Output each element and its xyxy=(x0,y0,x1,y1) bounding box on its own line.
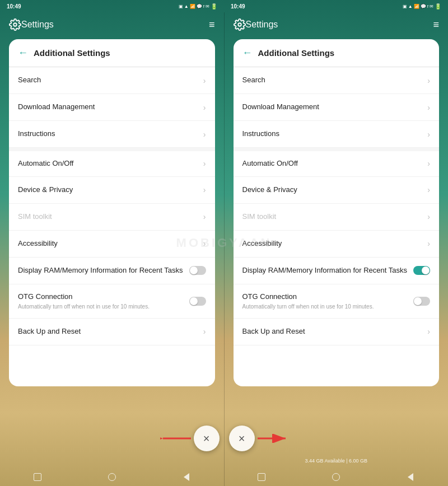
list-item-device-right[interactable]: Device & Privacy › xyxy=(234,177,440,204)
list-item-search-left[interactable]: Search › xyxy=(9,67,215,94)
list-item-search-right[interactable]: Search › xyxy=(234,67,440,94)
list-item-otg-left[interactable]: OTG Connection Automatically turn off wh… xyxy=(9,284,215,319)
settings-list-left: Search › Download Management › Instructi… xyxy=(9,67,215,345)
arrow-icon-accessibility-left: › xyxy=(203,239,206,248)
close-button-left[interactable]: × xyxy=(194,426,220,451)
status-bar-right: 10:49 ▣ ▲ 📶 💬 f ✉ 🔋 xyxy=(224,0,448,12)
close-icon-left: × xyxy=(203,433,210,444)
list-item-sim-left[interactable]: SIM toolkit › xyxy=(9,204,215,231)
card-title-right: Additional Settings xyxy=(258,48,335,58)
panels-container: Settings ≡ ← Additional Settings Search … xyxy=(0,12,448,486)
list-item-download-right[interactable]: Download Management › xyxy=(234,94,440,121)
nav-bar-left xyxy=(0,468,224,486)
list-item-backup-left[interactable]: Back Up and Reset › xyxy=(9,319,215,345)
svg-point-2 xyxy=(238,23,241,26)
settings-header-left: Settings ≡ xyxy=(0,12,224,37)
menu-icon-right[interactable]: ≡ xyxy=(433,19,439,31)
panel-left: Settings ≡ ← Additional Settings Search … xyxy=(0,12,224,486)
mail-icon-right: ✉ xyxy=(430,4,433,9)
toggle-knob-otg-right xyxy=(414,297,422,305)
list-item-otg-right[interactable]: OTG Connection Automatically turn off wh… xyxy=(234,284,440,319)
phone-bottom-right: × 3.44 GB Available | 6.00 GB xyxy=(225,430,449,486)
nav-circle-left[interactable] xyxy=(104,469,120,485)
mail-icon-left: ✉ xyxy=(206,4,209,9)
status-bar-left: 10:49 ▣ ▲ 📶 💬 f ✉ 🔋 xyxy=(0,0,224,12)
status-bar: 10:49 ▣ ▲ 📶 💬 f ✉ 🔋 10:49 ▣ ▲ 📶 💬 f ✉ 🔋 xyxy=(0,0,448,12)
toggle-otg-right[interactable] xyxy=(413,297,430,306)
menu-icon-left[interactable]: ≡ xyxy=(209,19,215,31)
list-item-accessibility-right[interactable]: Accessibility › xyxy=(234,231,440,258)
red-arrow-right xyxy=(255,434,288,443)
arrow-icon-instructions-right: › xyxy=(427,130,430,139)
list-item-auto-right[interactable]: Automatic On/Off › xyxy=(234,148,440,177)
list-item-ram-right[interactable]: Display RAM/Memory Information for Recen… xyxy=(234,258,440,284)
chat-icon-right: 💬 xyxy=(421,4,426,9)
nav-circle-right[interactable] xyxy=(328,469,344,485)
toggle-knob-ram-right xyxy=(422,267,430,274)
nav-back-right[interactable] xyxy=(403,469,418,485)
settings-card-left: ← Additional Settings Search › Download … xyxy=(9,39,215,386)
battery-left: 🔋 xyxy=(211,3,217,10)
chat-icon-left: 💬 xyxy=(197,4,202,9)
list-item-auto-left[interactable]: Automatic On/Off › xyxy=(9,148,215,177)
nav-square-left[interactable] xyxy=(30,469,45,485)
notification-icon-right: ▣ xyxy=(403,4,407,9)
nav-square-right[interactable] xyxy=(254,469,269,485)
card-title-left: Additional Settings xyxy=(34,48,110,58)
phone-bottom-left: × xyxy=(0,430,224,486)
arrow-icon-auto-left: › xyxy=(203,159,206,168)
arrow-icon-auto-right: › xyxy=(427,159,430,168)
wifi-icon-left: ▲ xyxy=(184,4,189,9)
arrow-left-indicator: × xyxy=(160,426,224,451)
list-item-ram-left[interactable]: Display RAM/Memory Information for Recen… xyxy=(9,258,215,284)
fb-icon-right: f xyxy=(427,4,428,9)
signal-icon-left: 📶 xyxy=(190,4,195,9)
close-button-right[interactable]: × xyxy=(229,426,255,451)
list-item-backup-right[interactable]: Back Up and Reset › xyxy=(234,319,440,345)
notification-icon-left: ▣ xyxy=(179,4,183,9)
arrow-icon-accessibility-right: › xyxy=(427,239,430,248)
arrow-icon-download-right: › xyxy=(427,103,430,112)
arrow-icon-backup-right: › xyxy=(427,327,430,336)
toggle-ram-left[interactable] xyxy=(189,266,206,275)
back-arrow-right[interactable]: ← xyxy=(242,47,253,59)
time-right: 10:49 xyxy=(231,3,245,10)
arrow-icon-device-right: › xyxy=(427,185,430,194)
settings-title-left: Settings xyxy=(21,20,209,30)
storage-text: 3.44 GB Available | 6.00 GB xyxy=(305,458,367,464)
arrow-icon-search-right: › xyxy=(427,76,430,85)
back-arrow-left[interactable]: ← xyxy=(18,47,28,59)
card-header-right: ← Additional Settings xyxy=(234,39,440,67)
toggle-otg-left[interactable] xyxy=(189,297,206,306)
storage-info: 3.44 GB Available | 6.00 GB xyxy=(305,455,367,465)
list-item-download-left[interactable]: Download Management › xyxy=(9,94,215,121)
arrow-icon-sim-right: › xyxy=(427,212,430,221)
status-icons-right: ▣ ▲ 📶 💬 f ✉ 🔋 xyxy=(403,3,441,10)
card-header-left: ← Additional Settings xyxy=(9,39,215,67)
arrow-icon-sim-left: › xyxy=(203,212,206,221)
status-icons-left: ▣ ▲ 📶 💬 f ✉ 🔋 xyxy=(179,3,217,10)
list-item-accessibility-left[interactable]: Accessibility › xyxy=(9,231,215,258)
list-item-instructions-right[interactable]: Instructions › xyxy=(234,121,440,148)
fb-icon-left: f xyxy=(203,4,204,9)
wifi-icon-right: ▲ xyxy=(408,4,413,9)
battery-right: 🔋 xyxy=(435,3,441,10)
settings-list-right: Search › Download Management › Instructi… xyxy=(234,67,440,345)
panel-right: Settings ≡ ← Additional Settings Search … xyxy=(225,12,449,486)
nav-back-left[interactable] xyxy=(179,469,194,485)
time-left: 10:49 xyxy=(7,3,21,10)
toggle-ram-right[interactable] xyxy=(413,266,430,275)
toggle-knob-otg-left xyxy=(190,297,198,305)
settings-card-right: ← Additional Settings Search › Download … xyxy=(234,39,440,386)
gear-icon-left xyxy=(9,18,21,31)
arrow-icon-instructions-left: › xyxy=(203,130,206,139)
close-icon-right: × xyxy=(239,433,245,444)
nav-bar-right xyxy=(225,468,449,486)
list-item-instructions-left[interactable]: Instructions › xyxy=(9,121,215,148)
list-item-device-left[interactable]: Device & Privacy › xyxy=(9,177,215,204)
list-item-sim-right[interactable]: SIM toolkit › xyxy=(234,204,440,231)
arrow-icon-search-left: › xyxy=(203,76,206,85)
svg-point-0 xyxy=(13,23,17,26)
arrow-icon-download-left: › xyxy=(203,103,206,112)
toggle-knob-ram-left xyxy=(190,267,198,274)
